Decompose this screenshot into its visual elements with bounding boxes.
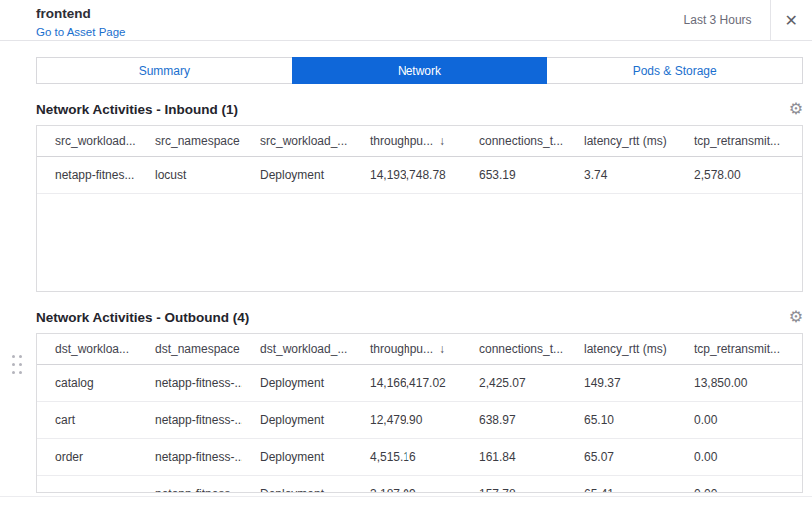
time-range-label: Last 3 Hours (684, 0, 770, 40)
column-header[interactable]: src_workload_... (242, 126, 352, 157)
table-cell: Deployment (242, 365, 352, 402)
column-header[interactable]: latency_rtt (ms) (566, 126, 676, 157)
table-cell: 157.78 (461, 476, 566, 494)
column-header[interactable]: tcp_retransmit... (676, 334, 802, 365)
table-cell: 65.10 (566, 402, 676, 439)
drag-handle[interactable] (8, 351, 27, 379)
go-to-asset-page-link[interactable]: Go to Asset Page (36, 26, 126, 38)
table-cell: netapp-fitness-... (137, 476, 242, 494)
inbound-section-title: Network Activities - Inbound (1) (36, 102, 238, 117)
page-title: frontend (36, 5, 126, 22)
table-cell: Deployment (242, 439, 352, 476)
column-header[interactable]: tcp_retransmit... (676, 126, 802, 157)
table-cell (37, 476, 137, 494)
column-header-sorted[interactable]: throughpu...↓ (352, 126, 461, 157)
table-cell: 638.97 (461, 402, 566, 439)
table-cell: netapp-fitnes... (37, 157, 137, 194)
sort-desc-icon: ↓ (439, 134, 445, 148)
outbound-table: dst_workloa... dst_namespace dst_workloa… (36, 333, 803, 493)
header-titles: frontend Go to Asset Page (0, 0, 126, 40)
inbound-header-row: src_workload... src_namespace src_worklo… (37, 126, 802, 157)
column-header[interactable]: dst_workloa... (37, 334, 137, 365)
table-cell: 0.00 (676, 476, 802, 494)
header-right: Last 3 Hours ✕ (684, 0, 812, 40)
table-cell: Deployment (242, 402, 352, 439)
table-cell: order (37, 439, 137, 476)
table-cell: netapp-fitness-... (137, 365, 242, 402)
panel-content: Network Activities - Inbound (1) ⚙ src_w… (36, 101, 803, 493)
table-row: cart netapp-fitness-... Deployment 12,47… (37, 402, 802, 439)
sort-desc-icon: ↓ (439, 342, 445, 356)
table-cell: cart (37, 402, 137, 439)
column-header[interactable]: dst_workload_... (242, 334, 352, 365)
column-header[interactable]: latency_rtt (ms) (566, 334, 676, 365)
table-cell: locust (137, 157, 242, 194)
table-cell: 14,166,417.02 (352, 365, 461, 402)
table-row: catalog netapp-fitness-... Deployment 14… (37, 365, 802, 402)
table-cell: netapp-fitness-... (137, 402, 242, 439)
table-row: netapp-fitness-... Deployment 3,187.99 1… (37, 476, 802, 494)
table-cell: 2,578.00 (676, 157, 802, 194)
table-cell: 2,425.07 (461, 365, 566, 402)
table-cell: 3.74 (566, 157, 676, 194)
outbound-header-row: dst_workloa... dst_namespace dst_workloa… (37, 334, 802, 365)
tab-bar: Summary Network Pods & Storage (36, 57, 803, 84)
table-cell: 3,187.99 (352, 476, 461, 494)
close-icon: ✕ (785, 11, 798, 30)
column-header[interactable]: connections_t... (461, 126, 566, 157)
table-cell: 65.07 (566, 439, 676, 476)
close-button[interactable]: ✕ (770, 0, 812, 40)
asset-detail-panel: frontend Go to Asset Page Last 3 Hours ✕… (0, 0, 812, 514)
column-header[interactable]: connections_t... (461, 334, 566, 365)
gear-icon[interactable]: ⚙ (789, 309, 803, 325)
table-cell: 4,515.16 (352, 439, 461, 476)
table-row: order netapp-fitness-... Deployment 4,51… (37, 439, 802, 476)
table-cell: 149.37 (566, 365, 676, 402)
table-cell: 161.84 (461, 439, 566, 476)
inbound-section-header: Network Activities - Inbound (1) ⚙ (36, 101, 803, 117)
column-header[interactable]: src_namespace (137, 126, 242, 157)
panel-bottom-divider (0, 496, 812, 497)
table-cell: catalog (37, 365, 137, 402)
column-header[interactable]: src_workload... (37, 126, 137, 157)
tab-summary[interactable]: Summary (36, 57, 293, 84)
tab-network[interactable]: Network (292, 57, 548, 84)
table-cell: 0.00 (676, 402, 802, 439)
outbound-section-title: Network Activities - Outbound (4) (36, 310, 249, 325)
gear-icon[interactable]: ⚙ (789, 101, 803, 117)
column-header[interactable]: dst_namespace (137, 334, 242, 365)
table-cell: 13,850.00 (676, 365, 802, 402)
table-cell: Deployment (242, 157, 352, 194)
column-header-sorted[interactable]: throughpu...↓ (352, 334, 461, 365)
table-row: netapp-fitnes... locust Deployment 14,19… (37, 157, 802, 194)
inbound-table: src_workload... src_namespace src_worklo… (36, 125, 803, 292)
table-cell: 0.00 (676, 439, 802, 476)
table-cell: 65.41 (566, 476, 676, 494)
outbound-section-header: Network Activities - Outbound (4) ⚙ (36, 309, 803, 325)
table-cell: 14,193,748.78 (352, 157, 461, 194)
table-cell: netapp-fitness-... (137, 439, 242, 476)
table-cell: Deployment (242, 476, 352, 494)
table-cell: 12,479.90 (352, 402, 461, 439)
table-cell: 653.19 (461, 157, 566, 194)
panel-header: frontend Go to Asset Page Last 3 Hours ✕ (0, 0, 812, 41)
tab-pods-storage[interactable]: Pods & Storage (546, 57, 803, 84)
